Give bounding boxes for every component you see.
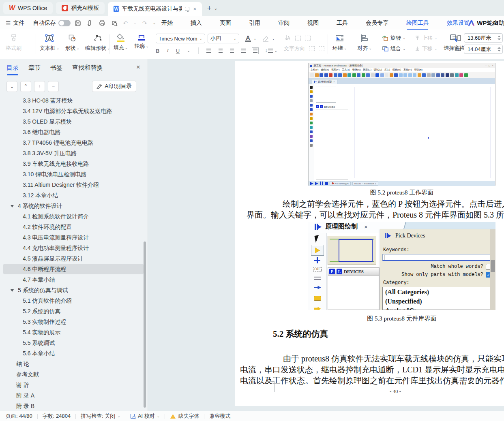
menu-tab[interactable]: 工具 <box>337 19 348 27</box>
menu-tab[interactable]: 开始 <box>161 19 173 27</box>
italic-button[interactable]: I <box>167 47 168 54</box>
shapes-button[interactable]: 形状⌄ <box>65 30 80 59</box>
toc-item[interactable]: 4.2 软件环境的配置 <box>3 222 144 232</box>
align-left-button[interactable] <box>206 49 211 53</box>
toc-item[interactable]: 5.6 本章小结 <box>3 348 144 359</box>
toc-item[interactable]: 3.7 TP4056 锂电池充电电路 <box>3 137 144 148</box>
toc-item[interactable]: 4.5 液晶屏显示程序设计 <box>3 253 144 264</box>
figure-proteus-workspace-image[interactable]: 新工程 - Proteus 8 Professional - 原理图绘制 – □… <box>308 63 495 186</box>
menu-tab[interactable]: 绘图工具 <box>406 19 429 27</box>
undo-dropdown-icon[interactable]: ⌄ <box>133 21 137 25</box>
autosave-toggle[interactable] <box>58 20 71 26</box>
menu-tab[interactable]: 审阅 <box>278 19 290 27</box>
tab-docer-templates[interactable]: 稻壳AI模板 <box>56 2 105 14</box>
toc-item[interactable]: 3.4 12V 电源部分车载无线发送电路 <box>3 106 144 116</box>
height-spinner[interactable] <box>498 36 501 40</box>
sidebar-close-icon[interactable]: × <box>136 63 140 71</box>
font-name-select[interactable]: Times New Rom ⌄ <box>156 34 205 43</box>
toc-item[interactable]: 谢 辞 <box>3 380 144 390</box>
toc-item[interactable]: 4.6 中断程序流程 <box>3 264 144 274</box>
tab-list-dropdown-icon[interactable]: ⌄ <box>214 6 218 11</box>
toc-item[interactable]: 3.12 本章小结 <box>3 190 144 201</box>
toc-item[interactable]: 3.8 3.3V-5V 升压电路 <box>3 148 144 158</box>
toc-item[interactable]: 5.1 仿真软件的介绍 <box>3 295 144 306</box>
ai-proofread-button[interactable]: AI 校对 ⌄ <box>125 412 165 420</box>
height-input[interactable]: 13.68厘米 <box>464 33 503 43</box>
new-tab-button[interactable]: + <box>207 4 211 13</box>
distribute-button[interactable] <box>253 49 257 53</box>
frame-option-icon[interactable] <box>295 36 301 41</box>
document-page[interactable]: 新工程 - Proteus 8 Professional - 原理图绘制 – □… <box>235 61 504 406</box>
sidebar-tab[interactable]: 查找和替换 <box>72 64 103 72</box>
save-icon[interactable] <box>75 20 81 26</box>
redo-icon[interactable]: ↷ <box>142 20 147 26</box>
outline-button[interactable]: 轮廓⌄ <box>135 30 149 59</box>
toc-item[interactable]: 5.4 实物的展示 <box>3 327 144 338</box>
align-justify-button[interactable] <box>241 49 246 53</box>
file-menu[interactable]: ☰ 文件 <box>6 19 25 27</box>
toc-item[interactable]: 5.2 系统的仿真 <box>3 306 144 316</box>
toc-item[interactable]: 参考文献 <box>3 369 144 380</box>
menu-tab[interactable]: 视图 <box>307 19 319 27</box>
move-up-button[interactable]: 上移 ⌄ <box>414 33 438 43</box>
undo-icon[interactable]: ↶ <box>123 20 128 26</box>
align-center-button[interactable] <box>219 49 223 53</box>
collapse-all-button[interactable]: ⌄ <box>6 81 17 92</box>
sidebar-tab[interactable]: 书签 <box>50 64 62 72</box>
toc-item[interactable]: 附 录 B <box>3 401 144 411</box>
edit-shape-button[interactable]: 编辑形状⌄ <box>85 30 110 59</box>
screen-share-icon[interactable] <box>185 7 190 11</box>
menu-tab[interactable]: 插入 <box>191 19 202 27</box>
toc-item[interactable]: 3.9 车载无线充电接收电路 <box>3 158 144 169</box>
format-painter-button[interactable]: 格式刷 <box>6 30 21 52</box>
frame-option-icon[interactable] <box>305 36 311 41</box>
menu-tab[interactable]: 页面 <box>220 19 231 27</box>
sidebar-scrollbar[interactable] <box>144 241 146 408</box>
sidebar-tab[interactable]: 目录 <box>6 64 19 72</box>
missing-font-warning[interactable]: 缺失字体 <box>165 412 204 420</box>
rotate-button[interactable]: 旋转 ⌄ <box>382 33 406 43</box>
document-canvas-area[interactable]: 新工程 - Proteus 8 Professional - 原理图绘制 – □… <box>148 59 504 411</box>
highlight-dropdown-icon[interactable]: ⌄ <box>272 36 275 41</box>
toc-item[interactable]: 3.11 Altium Designer 软件介绍 <box>3 180 144 190</box>
font-color-dropdown-icon[interactable]: ⌄ <box>253 36 257 41</box>
spell-check-status[interactable]: 拼写检查: 关闭 ⌄ <box>76 412 125 420</box>
toc-item[interactable]: 结 论 <box>3 359 144 369</box>
underline-dropdown-icon[interactable]: ⌄ <box>187 49 190 53</box>
bold-button[interactable]: B <box>156 48 159 54</box>
menu-tab[interactable]: 效果设置 <box>447 19 470 27</box>
tab-document-active[interactable]: W 车载无线充电器设计与实现 与 × <box>108 2 202 16</box>
toc-item[interactable]: 5.3 实物制作过程 <box>3 316 144 327</box>
fill-button[interactable]: 填充⌄ <box>114 30 128 59</box>
frame-option-icon[interactable] <box>319 46 324 51</box>
move-down-button[interactable]: 下移 ⌄ <box>414 43 438 54</box>
print-icon[interactable] <box>99 20 105 26</box>
word-count[interactable]: 字数: 24804 <box>38 412 75 420</box>
toc-item[interactable]: 3.5 OLED 显示模块 <box>3 116 144 127</box>
toc-item[interactable]: 4.3 电压电流测量程序设计 <box>3 232 144 243</box>
font-size-select[interactable]: 小四 ⌄ <box>208 34 239 43</box>
frame-option-icon[interactable] <box>309 46 315 51</box>
toc-item[interactable]: 5 系统的仿真与调试 <box>3 285 144 295</box>
toc-item[interactable]: 附 录 A <box>3 390 144 401</box>
group-button[interactable]: 组合 ⌄ <box>382 43 406 54</box>
text-direction-label[interactable]: 文字方向 <box>284 45 305 52</box>
remove-heading-button[interactable]: − <box>48 81 59 92</box>
sidebar-tab[interactable]: 章节 <box>28 64 41 72</box>
ai-recognize-toc-button[interactable]: AI识别目录 <box>92 81 136 92</box>
width-input[interactable]: 14.04厘米 <box>464 45 503 54</box>
align-objects-button[interactable]: 对齐⌄ <box>358 30 372 59</box>
width-spinner[interactable] <box>498 47 501 51</box>
line-spacing-button[interactable]: ↕ ⌄ <box>265 48 277 53</box>
tab-wps-office[interactable]: W WPS Office <box>3 2 53 14</box>
figure-proteus-library-image[interactable]: 原理图绘制 × LBL P <box>308 222 495 310</box>
chevron-expanded-icon[interactable] <box>11 205 14 207</box>
menu-tab[interactable]: 会员专享 <box>366 19 388 27</box>
toc-item[interactable]: 4.1 检测系统软件设计简介 <box>3 211 144 222</box>
toc-item[interactable]: 5.5 系统调试 <box>3 338 144 348</box>
toc-item[interactable]: 4.4 充电功率测量程序设计 <box>3 243 144 253</box>
print-preview-icon[interactable] <box>111 20 118 26</box>
toc-item[interactable]: 4.7 本章小结 <box>3 274 144 285</box>
wrap-button[interactable]: 环绕⌄ <box>332 30 347 59</box>
toc-item[interactable]: 3.3 HC-08 蓝牙模块 <box>3 95 144 106</box>
